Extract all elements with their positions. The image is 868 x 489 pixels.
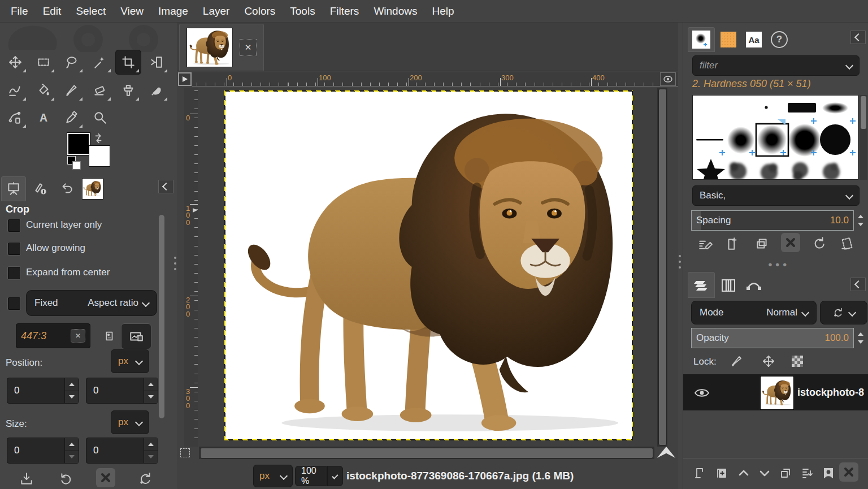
open-brush-as-image-button[interactable] <box>837 234 857 253</box>
move-tool[interactable] <box>2 50 28 75</box>
zoom-value[interactable]: 100 % <box>295 466 327 486</box>
new-brush-button[interactable] <box>723 234 742 253</box>
tool-options-scrollbar[interactable] <box>159 215 164 418</box>
vertical-scrollbar-thumb[interactable] <box>658 89 667 445</box>
close-image-icon[interactable]: ✕ <box>240 39 257 56</box>
menu-select[interactable]: Select <box>68 5 113 18</box>
horizontal-scrollbar-thumb[interactable] <box>200 448 653 458</box>
brush-grid-scrollbar[interactable] <box>860 95 867 180</box>
dock-collapse-button[interactable] <box>850 31 866 44</box>
tab-layers[interactable] <box>688 272 715 298</box>
fixed-aspect-combo[interactable]: Fixed Aspect ratio <box>26 290 157 316</box>
status-unit-dropdown[interactable]: px <box>253 465 293 487</box>
warp-tool[interactable] <box>2 78 28 103</box>
lock-pixels-button[interactable] <box>728 353 745 370</box>
tab-images[interactable] <box>80 176 105 201</box>
layer-thumbnail[interactable] <box>760 376 794 410</box>
foreground-color-swatch[interactable] <box>67 133 90 155</box>
smudge-tool[interactable] <box>144 78 170 103</box>
spinner-arrows[interactable] <box>64 438 79 463</box>
reset-tool-options-button[interactable] <box>136 469 155 488</box>
checkbox-fixed[interactable] <box>8 297 20 310</box>
dock-collapse-button[interactable] <box>850 278 866 291</box>
horizontal-ruler[interactable]: 0 100 200 300 400 <box>192 72 678 86</box>
tab-channels[interactable] <box>716 273 741 298</box>
menu-layer[interactable]: Layer <box>196 5 237 18</box>
size-unit-dropdown[interactable]: px <box>111 410 149 434</box>
tab-fonts[interactable]: Aa <box>741 27 766 52</box>
fuzzy-select-tool[interactable] <box>87 50 113 75</box>
tab-paths[interactable] <box>741 273 766 298</box>
menu-view[interactable]: View <box>113 5 151 18</box>
aspect-ratio-input[interactable]: 447:3 ✕ <box>16 323 90 348</box>
brush-filter-combo[interactable]: filter <box>692 55 860 76</box>
layer-name[interactable]: istockphoto-8 <box>797 374 868 410</box>
layer-visibility-eye-icon[interactable] <box>695 388 709 398</box>
tab-brushes[interactable] <box>688 27 715 52</box>
spinner-arrows[interactable] <box>144 378 158 403</box>
merge-down-button[interactable] <box>797 464 817 483</box>
crop-tool[interactable] <box>115 50 141 75</box>
vertical-scrollbar[interactable] <box>657 88 667 447</box>
raise-layer-button[interactable] <box>734 464 753 483</box>
tab-help[interactable]: ? <box>767 27 792 52</box>
spinner-arrows[interactable] <box>144 438 158 463</box>
image-tab[interactable]: ✕ <box>179 24 264 71</box>
tab-tool-options[interactable] <box>1 176 26 201</box>
save-tool-preset-button[interactable] <box>17 469 36 488</box>
canvas-image[interactable] <box>224 90 633 440</box>
spinner-arrows[interactable] <box>64 378 79 403</box>
menu-help[interactable]: Help <box>424 5 461 18</box>
lock-alpha-button[interactable] <box>792 356 803 367</box>
color-picker-tool[interactable] <box>59 105 85 130</box>
brush-grid[interactable] <box>692 95 858 180</box>
size-width-spinner[interactable]: 0 <box>7 438 79 464</box>
landscape-orientation-button[interactable] <box>121 323 151 349</box>
menu-tools[interactable]: Tools <box>283 5 322 18</box>
ruler-menu-button[interactable] <box>178 72 192 86</box>
new-layer-group-button[interactable] <box>713 464 732 483</box>
menu-filters[interactable]: Filters <box>323 5 367 18</box>
zoom-follow-window-toggle[interactable] <box>660 72 676 86</box>
mode-switch-button[interactable] <box>820 301 867 324</box>
free-select-tool[interactable] <box>59 50 85 75</box>
zoom-dropdown-button[interactable] <box>327 466 343 486</box>
edit-brush-button[interactable] <box>696 234 715 253</box>
duplicate-layer-button[interactable] <box>776 464 795 483</box>
tab-device-status[interactable] <box>28 176 53 201</box>
navigation-button[interactable] <box>654 444 678 460</box>
restore-tool-preset-button[interactable] <box>57 469 76 488</box>
clone-tool[interactable] <box>115 78 141 103</box>
horizontal-scrollbar[interactable] <box>199 447 654 459</box>
menu-colors[interactable]: Colors <box>237 5 283 18</box>
menu-windows[interactable]: Windows <box>366 5 424 18</box>
delete-layer-button[interactable] <box>839 462 858 482</box>
portrait-orientation-button[interactable] <box>99 327 119 346</box>
spacing-spinner-arrows[interactable] <box>854 210 867 231</box>
refresh-brushes-button[interactable] <box>809 234 828 253</box>
quick-mask-toggle[interactable] <box>178 447 192 459</box>
swap-colors-icon[interactable] <box>92 132 105 147</box>
add-layer-mask-button[interactable] <box>819 464 838 483</box>
eraser-tool[interactable] <box>87 78 113 103</box>
position-y-spinner[interactable]: 0 <box>86 378 158 404</box>
clear-icon[interactable]: ✕ <box>71 329 85 343</box>
checkbox-allow-growing[interactable] <box>8 243 20 255</box>
zoom-tool[interactable] <box>87 105 113 130</box>
menu-image[interactable]: Image <box>151 5 196 18</box>
lock-position-button[interactable] <box>760 353 777 370</box>
transform-tool[interactable] <box>144 50 170 75</box>
tab-patterns[interactable] <box>716 27 741 52</box>
paths-tool[interactable] <box>2 105 28 130</box>
delete-brush-button[interactable] <box>781 233 800 252</box>
layer-mode-dropdown[interactable]: Mode Normal <box>691 301 817 324</box>
spacing-slider[interactable]: Spacing 10.0 <box>691 210 854 231</box>
position-x-spinner[interactable]: 0 <box>7 378 79 404</box>
size-height-spinner[interactable]: 0 <box>86 438 158 464</box>
brush-group-combo[interactable]: Basic, <box>692 185 860 206</box>
background-color-swatch[interactable] <box>89 145 110 167</box>
delete-tool-preset-button[interactable] <box>96 468 115 487</box>
duplicate-brush-button[interactable] <box>752 234 771 253</box>
panel-collapse-button[interactable] <box>158 180 173 193</box>
menu-file[interactable]: File <box>3 5 36 18</box>
